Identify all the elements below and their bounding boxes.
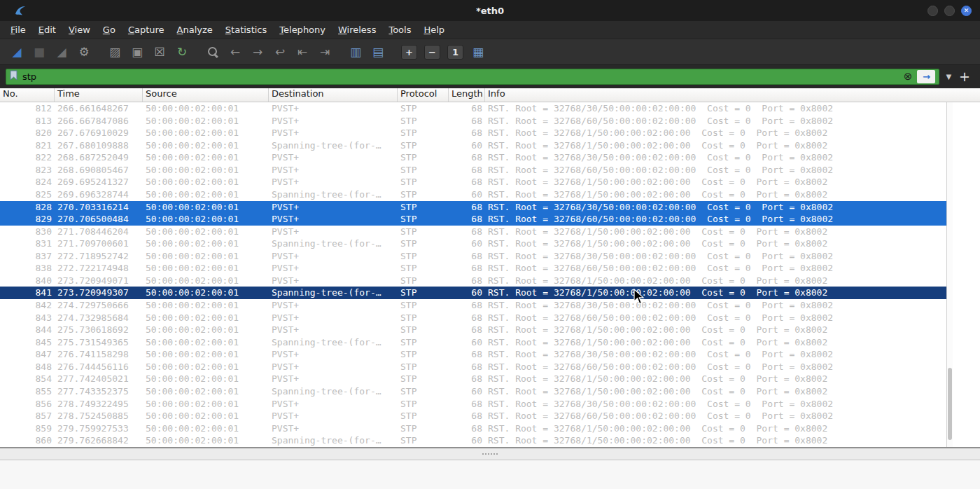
packet-row[interactable]: 841273.72094930750:00:00:02:00:01Spannin…: [0, 287, 946, 299]
column-header-destination[interactable]: Destination: [269, 88, 398, 102]
packet-row[interactable]: 855277.74335237550:00:00:02:00:01Spannin…: [0, 385, 946, 398]
packet-row[interactable]: 860279.76266884250:00:00:02:00:01Spannin…: [0, 434, 946, 447]
menu-item-tools[interactable]: Tools: [382, 22, 417, 37]
titlebar: *eth0 ✕: [0, 0, 980, 21]
apply-filter-icon[interactable]: →: [917, 70, 935, 83]
go-forward-icon[interactable]: →: [247, 42, 268, 62]
packet-row[interactable]: 859279.75992753350:00:00:02:00:01PVST+ST…: [0, 422, 946, 435]
menu-item-statistics[interactable]: Statistics: [219, 22, 273, 37]
zoom-in-icon[interactable]: +: [401, 45, 417, 60]
start-capture-icon[interactable]: ◢: [6, 42, 27, 62]
display-filter-input[interactable]: stp ⊗ →: [6, 69, 939, 85]
column-header-time[interactable]: Time: [55, 88, 143, 102]
packet-row[interactable]: 842274.72975066650:00:00:02:00:01PVST+ST…: [0, 299, 946, 312]
column-header-source[interactable]: Source: [143, 88, 269, 102]
packet-row[interactable]: 844275.73061869250:00:00:02:00:01PVST+ST…: [0, 324, 946, 336]
packet-cell-dst: Spanning-tree-(for-…: [269, 434, 398, 447]
packet-row[interactable]: 828270.70331621450:00:00:02:00:01PVST+ST…: [0, 201, 946, 214]
menu-item-view[interactable]: View: [62, 22, 97, 37]
column-header-protocol[interactable]: Protocol: [398, 88, 449, 102]
go-last-packet-icon[interactable]: ⇥: [314, 42, 335, 62]
packet-cell-time: 275.730618692: [55, 324, 143, 336]
column-header-info[interactable]: Info: [485, 88, 980, 102]
packet-row[interactable]: 857278.75245088550:00:00:02:00:01PVST+ST…: [0, 410, 946, 422]
packet-cell-src: 50:00:00:02:00:01: [143, 287, 269, 299]
packet-cell-len: 68: [449, 127, 485, 139]
menu-item-help[interactable]: Help: [417, 22, 451, 37]
filter-dropdown-icon[interactable]: ▼: [944, 73, 953, 81]
packet-cell-info: RST. Root = 32768/30/50:00:00:02:00:00 C…: [485, 348, 946, 361]
go-to-packet-icon[interactable]: ↩: [270, 42, 290, 62]
packet-row[interactable]: 848276.74445611650:00:00:02:00:01PVST+ST…: [0, 361, 946, 373]
auto-scroll-icon[interactable]: ▥: [345, 42, 366, 62]
column-header-length[interactable]: Length: [449, 88, 485, 102]
packet-cell-time: 278.749322495: [55, 398, 143, 411]
resize-columns-icon[interactable]: ▦: [468, 42, 489, 62]
packet-cell-src: 50:00:00:02:00:01: [143, 139, 269, 152]
packet-row[interactable]: 837272.71895274250:00:00:02:00:01PVST+ST…: [0, 250, 946, 263]
packet-row[interactable]: 823268.69080546750:00:00:02:00:01PVST+ST…: [0, 164, 946, 177]
go-first-packet-icon[interactable]: ⇤: [292, 42, 313, 62]
column-header-no[interactable]: No.: [0, 88, 55, 102]
packet-row[interactable]: 843274.73298568450:00:00:02:00:01PVST+ST…: [0, 312, 946, 324]
clear-filter-icon[interactable]: ⊗: [904, 71, 913, 82]
zoom-out-icon[interactable]: −: [424, 45, 440, 60]
stop-capture-icon[interactable]: ■: [29, 42, 50, 62]
packet-cell-time: 271.708446204: [55, 226, 143, 238]
reload-file-icon[interactable]: ↻: [172, 42, 192, 62]
menu-item-analyze[interactable]: Analyze: [171, 22, 219, 37]
packet-row[interactable]: 822268.68725204950:00:00:02:00:01PVST+ST…: [0, 151, 946, 164]
packet-row[interactable]: 838272.72217494850:00:00:02:00:01PVST+ST…: [0, 262, 946, 275]
main-toolbar: ◢■◢⚙▨▣☒↻←→↩⇤⇥▥▤+−1▦: [0, 39, 980, 65]
menu-item-go[interactable]: Go: [97, 22, 122, 37]
packet-cell-time: 277.742405021: [55, 373, 143, 385]
minimize-button[interactable]: [927, 6, 938, 16]
save-file-icon[interactable]: ▣: [127, 42, 148, 62]
packet-row[interactable]: 831271.70970060150:00:00:02:00:01Spannin…: [0, 237, 946, 250]
menu-item-telephony[interactable]: Telephony: [273, 22, 332, 37]
maximize-button[interactable]: [944, 6, 955, 16]
packet-row[interactable]: 825269.69632874450:00:00:02:00:01Spannin…: [0, 188, 946, 201]
packet-cell-dst: PVST+: [269, 102, 398, 115]
packet-row[interactable]: 829270.70650048450:00:00:02:00:01PVST+ST…: [0, 213, 946, 226]
packet-cell-proto: STP: [398, 348, 449, 361]
packet-row[interactable]: 854277.74240502150:00:00:02:00:01PVST+ST…: [0, 373, 946, 385]
close-file-icon[interactable]: ☒: [149, 42, 170, 62]
vertical-scrollbar[interactable]: [946, 102, 953, 447]
packet-row[interactable]: 821267.68010988850:00:00:02:00:01Spannin…: [0, 139, 946, 152]
menu-item-edit[interactable]: Edit: [32, 22, 62, 37]
packet-cell-info: RST. Root = 32768/60/50:00:00:02:00:00 C…: [485, 361, 946, 373]
capture-options-icon[interactable]: ⚙: [74, 42, 94, 62]
packet-cell-dst: PVST+: [269, 275, 398, 287]
zoom-original-icon[interactable]: 1: [447, 45, 463, 60]
go-back-icon[interactable]: ←: [225, 42, 246, 62]
menu-item-capture[interactable]: Capture: [122, 22, 171, 37]
menu-item-file[interactable]: File: [4, 22, 32, 37]
packet-row[interactable]: 812266.66164826750:00:00:02:00:01PVST+ST…: [0, 102, 946, 115]
scrollbar-thumb[interactable]: [948, 368, 952, 440]
find-packet-icon[interactable]: [202, 42, 223, 62]
packet-row[interactable]: 824269.69524132750:00:00:02:00:01PVST+ST…: [0, 176, 946, 188]
packet-cell-dst: Spanning-tree-(for-…: [269, 139, 398, 152]
menu-item-wireless[interactable]: Wireless: [332, 22, 382, 37]
pane-splitter[interactable]: [0, 447, 980, 460]
packet-row[interactable]: 820267.67691002950:00:00:02:00:01PVST+ST…: [0, 127, 946, 139]
packet-list[interactable]: 812266.66164826750:00:00:02:00:01PVST+ST…: [0, 102, 980, 447]
packet-cell-src: 50:00:00:02:00:01: [143, 127, 269, 139]
packet-row[interactable]: 830271.70844620450:00:00:02:00:01PVST+ST…: [0, 226, 946, 238]
packet-cell-src: 50:00:00:02:00:01: [143, 188, 269, 201]
packet-cell-len: 68: [449, 102, 485, 115]
packet-row[interactable]: 840273.72094907150:00:00:02:00:01PVST+ST…: [0, 275, 946, 287]
packet-row[interactable]: 813266.66784708650:00:00:02:00:01PVST+ST…: [0, 115, 946, 128]
packet-row[interactable]: 856278.74932249550:00:00:02:00:01PVST+ST…: [0, 398, 946, 411]
packet-cell-src: 50:00:00:02:00:01: [143, 373, 269, 385]
close-button[interactable]: ✕: [961, 6, 972, 16]
restart-capture-icon[interactable]: ◢: [51, 42, 72, 62]
open-file-icon[interactable]: ▨: [104, 42, 125, 62]
filter-bookmark-icon[interactable]: [10, 70, 18, 83]
colorize-icon[interactable]: ▤: [368, 42, 388, 62]
add-filter-button[interactable]: +: [958, 69, 974, 85]
packet-row[interactable]: 845275.73154936550:00:00:02:00:01Spannin…: [0, 336, 946, 349]
packet-row[interactable]: 847276.74115829850:00:00:02:00:01PVST+ST…: [0, 348, 946, 361]
packet-cell-src: 50:00:00:02:00:01: [143, 275, 269, 287]
